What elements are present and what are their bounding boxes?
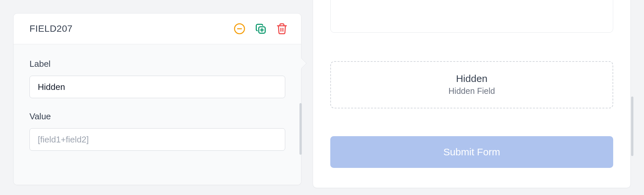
- value-caption: Value: [29, 111, 285, 122]
- submit-form-button[interactable]: Submit Form: [330, 136, 613, 168]
- preview-panel-wrapper: Hidden Hidden Field Submit Form: [313, 0, 631, 195]
- minus-circle-icon: [234, 23, 245, 35]
- preview-card: Hidden Hidden Field Submit Form: [313, 0, 631, 188]
- duplicate-button[interactable]: [255, 23, 267, 35]
- previous-field-placeholder: [330, 0, 613, 33]
- hidden-field-title: Hidden: [338, 73, 606, 84]
- trash-icon: [276, 23, 288, 35]
- hidden-field-subtitle: Hidden Field: [338, 86, 606, 96]
- scrollbar-thumb[interactable]: [631, 97, 633, 156]
- value-group: Value: [29, 111, 285, 151]
- delete-button[interactable]: [276, 23, 288, 35]
- scrollbar-thumb[interactable]: [299, 103, 302, 155]
- value-input[interactable]: [29, 128, 285, 151]
- hidden-field-preview[interactable]: Hidden Hidden Field: [330, 61, 613, 108]
- collapse-button[interactable]: [234, 23, 245, 35]
- field-editor-body: Label Value: [14, 44, 301, 185]
- field-editor-panel: FIELD207: [13, 13, 301, 185]
- copy-plus-icon: [255, 23, 267, 35]
- label-caption: Label: [29, 59, 285, 69]
- field-id-label: FIELD207: [29, 23, 73, 34]
- field-actions: [234, 23, 288, 35]
- label-group: Label: [29, 59, 285, 98]
- field-editor-header: FIELD207: [14, 14, 301, 44]
- label-input[interactable]: [29, 76, 285, 98]
